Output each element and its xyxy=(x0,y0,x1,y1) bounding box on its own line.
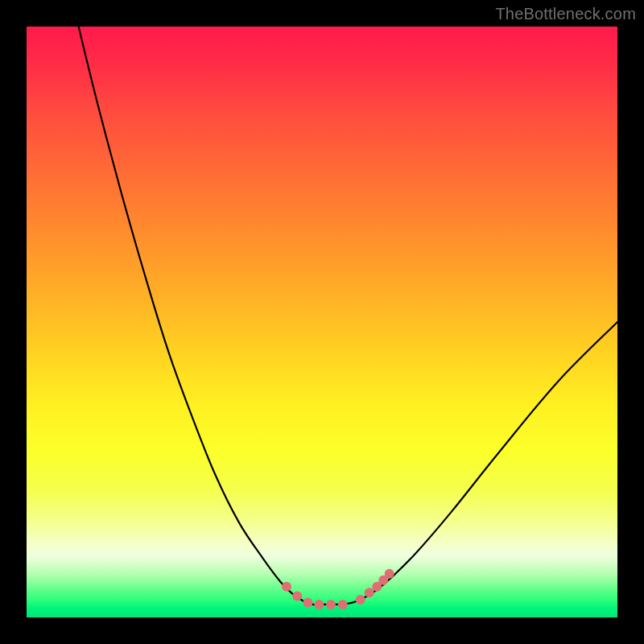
curve-marker xyxy=(365,588,374,597)
curve-marker xyxy=(303,598,312,608)
curve-marker xyxy=(338,600,348,609)
curve-marker xyxy=(356,595,365,605)
plot-area xyxy=(27,27,617,617)
curve-marker xyxy=(385,569,394,579)
curve-marker xyxy=(314,600,324,609)
curve-right xyxy=(343,322,617,605)
curve-markers xyxy=(282,569,394,609)
curve-marker xyxy=(326,600,336,609)
curve-marker xyxy=(282,582,291,592)
curve-marker xyxy=(292,592,302,601)
chart-canvas: TheBottleneck.com xyxy=(0,0,644,644)
curve-left xyxy=(79,27,343,605)
watermark-text: TheBottleneck.com xyxy=(495,5,636,23)
curve-overlay-svg xyxy=(27,27,617,617)
